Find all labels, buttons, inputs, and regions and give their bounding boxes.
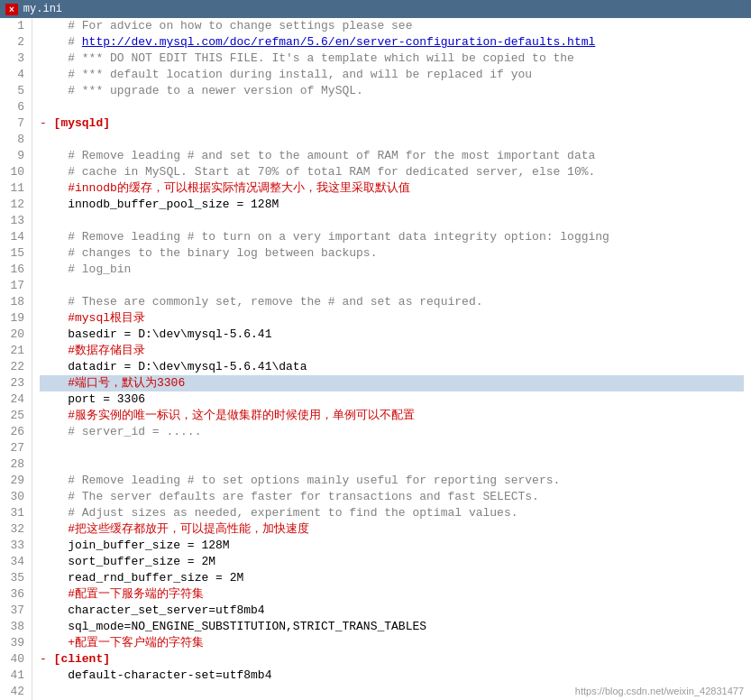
close-button[interactable]: × bbox=[5, 4, 18, 15]
code-line: #数据存储目录 bbox=[40, 343, 744, 359]
code-line bbox=[40, 278, 744, 294]
line-number: 26 bbox=[7, 424, 24, 440]
line-number: 30 bbox=[7, 489, 24, 505]
line-number: 24 bbox=[7, 391, 24, 408]
code-line: # *** default location during install, a… bbox=[40, 67, 744, 83]
line-number: 32 bbox=[7, 521, 24, 538]
line-number: 29 bbox=[7, 473, 24, 489]
line-number: 23 bbox=[7, 375, 24, 391]
line-number: 9 bbox=[7, 148, 24, 164]
line-number: 35 bbox=[7, 570, 24, 586]
code-line: join_buffer_size = 128M bbox=[40, 538, 744, 554]
code-line: basedir = D:\dev\mysql-5.6.41 bbox=[40, 327, 744, 343]
code-line: - [mysqld] bbox=[40, 115, 744, 132]
code-line: #mysql根目录 bbox=[40, 310, 744, 327]
line-number: 28 bbox=[7, 456, 24, 473]
line-number: 1 bbox=[7, 18, 24, 34]
code-line: # *** DO NOT EDIT THIS FILE. It's a temp… bbox=[40, 51, 744, 67]
line-number: 21 bbox=[7, 343, 24, 359]
line-number: 41 bbox=[7, 668, 24, 684]
code-line bbox=[40, 99, 744, 115]
line-number: 11 bbox=[7, 180, 24, 197]
code-line: sql_mode=NO_ENGINE_SUBSTITUTION,STRICT_T… bbox=[40, 619, 744, 635]
line-number: 39 bbox=[7, 635, 24, 651]
line-number: 16 bbox=[7, 262, 24, 278]
line-number: 4 bbox=[7, 67, 24, 83]
editor: 1234567891011121314151617181920212223242… bbox=[0, 18, 751, 700]
code-line: # cache in MySQL. Start at 70% of total … bbox=[40, 164, 744, 180]
code-line: #配置一下服务端的字符集 bbox=[40, 586, 744, 603]
code-line: #端口号，默认为3306 bbox=[40, 375, 744, 391]
code-line: # log_bin bbox=[40, 262, 744, 278]
code-line: +配置一下客户端的字符集 bbox=[40, 635, 744, 651]
code-line: read_rnd_buffer_size = 2M bbox=[40, 570, 744, 586]
line-number: 27 bbox=[7, 440, 24, 456]
line-number: 3 bbox=[7, 51, 24, 67]
line-number: 7 bbox=[7, 115, 24, 132]
code-line: # Remove leading # to set options mainly… bbox=[40, 473, 744, 489]
code-line bbox=[40, 440, 744, 456]
code-line: #innodb的缓存，可以根据实际情况调整大小，我这里采取默认值 bbox=[40, 180, 744, 197]
line-number: 18 bbox=[7, 294, 24, 310]
title-bar: × my.ini bbox=[0, 0, 751, 18]
line-number: 12 bbox=[7, 197, 24, 213]
code-line: innodb_buffer_pool_size = 128M bbox=[40, 197, 744, 213]
line-number: 37 bbox=[7, 603, 24, 619]
code-line: character_set_server=utf8mb4 bbox=[40, 603, 744, 619]
code-line: # server_id = ..... bbox=[40, 424, 744, 440]
code-line: # Remove leading # to turn on a very imp… bbox=[40, 229, 744, 245]
line-number: 19 bbox=[7, 310, 24, 327]
code-line: # http://dev.mysql.com/doc/refman/5.6/en… bbox=[40, 34, 744, 51]
code-line: datadir = D:\dev\mysql-5.6.41\data bbox=[40, 359, 744, 375]
line-numbers: 1234567891011121314151617181920212223242… bbox=[0, 18, 32, 700]
code-line bbox=[40, 132, 744, 148]
code-line: #把这些缓存都放开，可以提高性能，加快速度 bbox=[40, 521, 744, 538]
code-line: default-character-set=utf8mb4 bbox=[40, 668, 744, 684]
code-line: # Remove leading # and set to the amount… bbox=[40, 148, 744, 164]
line-number: 31 bbox=[7, 505, 24, 521]
line-number: 8 bbox=[7, 132, 24, 148]
watermark: https://blog.csdn.net/weixin_42831477 bbox=[575, 686, 744, 696]
line-number: 38 bbox=[7, 619, 24, 635]
line-number: 6 bbox=[7, 99, 24, 115]
code-line: #服务实例的唯一标识，这个是做集群的时候使用，单例可以不配置 bbox=[40, 408, 744, 424]
code-line: port = 3306 bbox=[40, 391, 744, 408]
code-line: # For advice on how to change settings p… bbox=[40, 18, 744, 34]
code-line: # *** upgrade to a newer version of MySQ… bbox=[40, 83, 744, 99]
code-line bbox=[40, 213, 744, 229]
line-number: 33 bbox=[7, 538, 24, 554]
code-line: # changes to the binary log between back… bbox=[40, 245, 744, 262]
line-number: 20 bbox=[7, 327, 24, 343]
line-number: 34 bbox=[7, 554, 24, 570]
code-line: sort_buffer_size = 2M bbox=[40, 554, 744, 570]
line-number: 13 bbox=[7, 213, 24, 229]
line-number: 14 bbox=[7, 229, 24, 245]
code-line: # These are commonly set, remove the # a… bbox=[40, 294, 744, 310]
line-number: 42 bbox=[7, 684, 24, 700]
code-area[interactable]: # For advice on how to change settings p… bbox=[32, 18, 751, 700]
line-number: 15 bbox=[7, 245, 24, 262]
line-number: 5 bbox=[7, 83, 24, 99]
code-line bbox=[40, 456, 744, 473]
file-title: my.ini bbox=[23, 3, 62, 15]
code-line: - [client] bbox=[40, 651, 744, 668]
code-line: # Adjust sizes as needed, experiment to … bbox=[40, 505, 744, 521]
code-line: # The server defaults are faster for tra… bbox=[40, 489, 744, 505]
line-number: 40 bbox=[7, 651, 24, 668]
line-number: 36 bbox=[7, 586, 24, 603]
line-number: 2 bbox=[7, 34, 24, 51]
line-number: 22 bbox=[7, 359, 24, 375]
line-number: 25 bbox=[7, 408, 24, 424]
line-number: 10 bbox=[7, 164, 24, 180]
line-number: 17 bbox=[7, 278, 24, 294]
